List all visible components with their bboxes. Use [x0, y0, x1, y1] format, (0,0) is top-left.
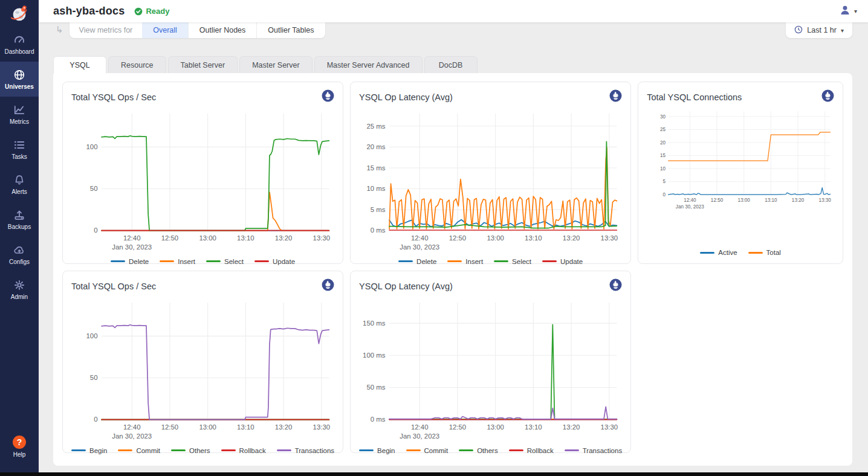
svg-text:13:00: 13:00 [199, 423, 216, 431]
legend-item[interactable]: Update [542, 258, 583, 265]
svg-text:12:40: 12:40 [123, 234, 141, 242]
chart-card: Total YSQL Ops / Sec 12:4012:5013:0013:1… [62, 271, 343, 453]
legend-item[interactable]: Others [459, 447, 498, 454]
svg-text:13:10: 13:10 [237, 234, 254, 242]
tab-docdb[interactable]: DocDB [424, 56, 478, 73]
legend-item[interactable]: Commit [406, 447, 449, 454]
legend-item[interactable]: Rollback [221, 447, 266, 454]
bell-icon [13, 174, 25, 186]
tab-master-server[interactable]: Master Server [239, 56, 313, 73]
chart-plot[interactable]: 12:4012:5013:0013:1013:2013:300 ms5 ms10… [359, 106, 622, 256]
sidebar-item-metrics[interactable]: Metrics [0, 97, 39, 132]
svg-text:10 ms: 10 ms [367, 185, 386, 192]
chart-title: Total YSQL Connections [647, 92, 742, 102]
legend-item[interactable]: Rollback [509, 447, 554, 454]
sidebar-item-dashboard[interactable]: Dashboard [0, 27, 39, 62]
prometheus-icon[interactable] [609, 278, 622, 294]
legend-swatch [118, 449, 132, 451]
svg-text:0: 0 [663, 192, 666, 198]
bottom-strip [0, 472, 868, 476]
chart-plot[interactable]: 12:4012:5013:0013:1013:2013:30050100Jan … [71, 106, 334, 256]
chart-legend: ActiveTotal [647, 246, 834, 257]
legend-swatch [748, 252, 763, 254]
legend-item[interactable]: Select [206, 258, 244, 265]
legend-item[interactable]: Others [171, 447, 210, 454]
prometheus-icon[interactable] [322, 89, 334, 105]
prometheus-icon[interactable] [609, 89, 622, 105]
legend-label: Transactions [295, 447, 334, 454]
legend-item[interactable]: Delete [398, 258, 436, 265]
legend-swatch [542, 260, 557, 262]
legend-item[interactable]: Delete [111, 258, 149, 265]
svg-text:12:50: 12:50 [449, 234, 467, 242]
legend-swatch [71, 449, 86, 451]
svg-text:Jan 30, 2023: Jan 30, 2023 [112, 243, 152, 251]
svg-text:0: 0 [94, 227, 97, 234]
sidebar-item-backups[interactable]: Backups [0, 202, 39, 237]
sidebar-item-alerts[interactable]: Alerts [0, 167, 39, 202]
legend-label: Others [477, 447, 498, 454]
svg-text:15 ms: 15 ms [367, 164, 386, 172]
legend-item[interactable]: Transactions [277, 447, 334, 454]
chart-plot[interactable]: 12:4012:5013:0013:1013:2013:30050100Jan … [71, 295, 334, 445]
tab-master-server-advanced[interactable]: Master Server Advanced [314, 56, 423, 73]
sidebar-item-label: Admin [11, 294, 28, 300]
time-range-selector[interactable]: Last 1 hr ▾ [786, 22, 852, 38]
svg-text:12:50: 12:50 [449, 423, 467, 431]
scope-option-outlier-tables[interactable]: Outlier Tables [256, 22, 325, 38]
legend-item[interactable]: Commit [118, 447, 160, 454]
user-menu[interactable]: ▾ [839, 4, 857, 19]
legend-label: Update [560, 258, 583, 265]
svg-text:100: 100 [86, 332, 97, 339]
svg-text:13:10: 13:10 [765, 198, 777, 203]
sidebar-item-universes[interactable]: Universes [0, 62, 39, 97]
sidebar-item-label: Configs [9, 259, 30, 265]
legend-item[interactable]: Update [254, 258, 295, 265]
chart-card: YSQL Op Latency (Avg) 12:4012:5013:0013:… [350, 271, 631, 453]
legend-item[interactable]: Select [494, 258, 531, 265]
chart-plot[interactable]: 12:4012:5013:0013:1013:2013:300510152025… [647, 106, 834, 246]
legend-item[interactable]: Transactions [565, 447, 622, 454]
chart-title: Total YSQL Ops / Sec [71, 281, 156, 291]
legend-label: Transactions [583, 447, 622, 454]
svg-text:5 ms: 5 ms [371, 206, 386, 213]
legend-item[interactable]: Begin [359, 447, 395, 454]
charts-grid: Total YSQL Ops / Sec 12:4012:5013:0013:1… [62, 82, 843, 453]
app-root: Dashboard Universes Metrics [0, 0, 868, 476]
prometheus-icon[interactable] [322, 278, 334, 294]
prometheus-icon[interactable] [821, 89, 834, 105]
legend-item[interactable]: Total [748, 249, 781, 256]
svg-text:150 ms: 150 ms [363, 320, 386, 327]
return-arrow-icon: ↳ [56, 24, 63, 35]
sidebar-item-tasks[interactable]: Tasks [0, 132, 39, 167]
sidebar-item-configs[interactable]: Configs [0, 237, 39, 272]
yugabyte-logo-icon[interactable] [0, 0, 39, 27]
scope-option-outlier-nodes[interactable]: Outlier Nodes [188, 22, 256, 38]
legend-item[interactable]: Begin [71, 447, 107, 454]
sidebar-item-admin[interactable]: Admin [0, 272, 39, 307]
scope-option-overall[interactable]: Overall [142, 22, 188, 38]
sidebar: Dashboard Universes Metrics [0, 0, 39, 472]
svg-text:13:20: 13:20 [275, 423, 293, 431]
legend-item[interactable]: Insert [160, 258, 195, 265]
svg-text:13:20: 13:20 [275, 234, 293, 242]
svg-text:12:50: 12:50 [161, 234, 179, 242]
gear-icon [13, 279, 25, 291]
legend-item[interactable]: Insert [447, 258, 483, 265]
legend-item[interactable]: Active [700, 249, 737, 256]
tab-tablet-server[interactable]: Tablet Server [168, 56, 238, 73]
chart-plot[interactable]: 12:4012:5013:0013:1013:2013:300 ms50 ms1… [359, 295, 622, 445]
svg-text:50 ms: 50 ms [367, 384, 386, 391]
svg-text:12:40: 12:40 [411, 234, 429, 242]
legend-label: Insert [178, 258, 195, 265]
tab-ysql[interactable]: YSQL [53, 56, 106, 74]
svg-text:13:30: 13:30 [313, 234, 331, 242]
legend-swatch [359, 449, 374, 451]
metrics-scope-switcher: View metrics for Overall Outlier Nodes O… [70, 22, 325, 38]
sidebar-item-help[interactable]: ? Help [0, 429, 39, 464]
svg-text:Jan 30, 2023: Jan 30, 2023 [676, 204, 704, 210]
sidebar-item-label: Tasks [11, 153, 27, 160]
svg-text:13:10: 13:10 [525, 423, 542, 431]
tab-resource[interactable]: Resource [108, 56, 166, 73]
svg-text:100 ms: 100 ms [363, 352, 386, 359]
